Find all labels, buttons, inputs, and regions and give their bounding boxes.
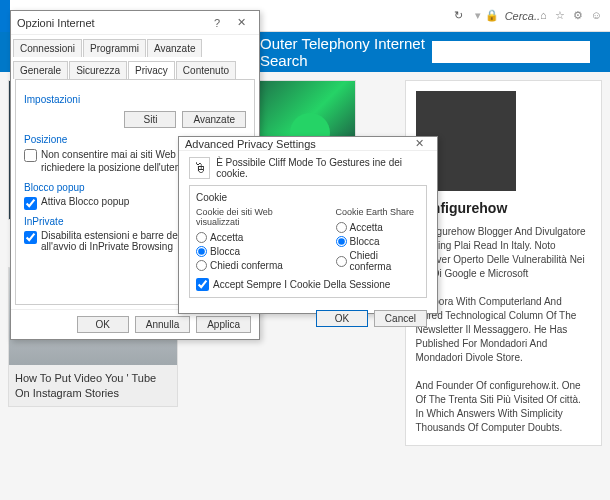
nav-text: Outer Telephony Internet Search — [260, 35, 432, 69]
tab-generale[interactable]: Generale — [13, 61, 68, 79]
fp-chiedi-radio[interactable] — [196, 260, 207, 271]
lock-icon: 🔒 — [485, 9, 499, 22]
posizione-checkbox[interactable] — [24, 149, 37, 162]
card-caption: How To Put Video You ' Tube On Instagram… — [9, 365, 177, 406]
dialog-titlebar: Advanced Privacy Settings ✕ — [179, 137, 437, 151]
author-name: configurehow — [416, 199, 592, 219]
help-button[interactable]: ? — [205, 17, 229, 29]
separator: ▾ — [475, 9, 481, 22]
tab-programmi[interactable]: Programmi — [83, 39, 146, 57]
tab-avanzate[interactable]: Avanzate — [147, 39, 203, 57]
posizione-label: Non consentire mai ai siti Web di richie… — [41, 148, 190, 174]
group-impostazioni: Impostazioni — [24, 94, 246, 105]
dialog-titlebar: Opzioni Internet ? ✕ — [11, 11, 259, 35]
cookie-fieldset: Cookie Cookie dei siti Web visualizzati … — [189, 185, 427, 298]
dialog-footer: OK Cancel — [179, 304, 437, 333]
blocco-popup-checkbox[interactable] — [24, 197, 37, 210]
info-icon: 🖰 — [189, 157, 210, 179]
tab-connessioni[interactable]: Connessioni — [13, 39, 82, 57]
hint-text: È Possibile Cliff Mode To Gestures ine d… — [216, 157, 427, 179]
ok-button[interactable]: OK — [77, 316, 129, 333]
site-search-input[interactable] — [432, 41, 590, 63]
gear-icon[interactable]: ⚙ — [573, 9, 583, 22]
tp-accetta-radio[interactable] — [336, 222, 347, 233]
fieldset-legend: Cookie — [196, 192, 420, 203]
tp-chiedi-radio[interactable] — [336, 256, 347, 267]
advanced-privacy-dialog: Advanced Privacy Settings ✕ 🖰 È Possibil… — [178, 136, 438, 314]
fp-blocca-radio[interactable] — [196, 246, 207, 257]
ok-button[interactable]: OK — [316, 310, 368, 327]
search-placeholder[interactable]: Cerca.. — [505, 10, 540, 22]
author-bio: And Founder Of configurehow.it. One Of T… — [416, 379, 592, 435]
close-button[interactable]: ✕ — [407, 137, 431, 150]
inprivate-checkbox[interactable] — [24, 231, 37, 244]
siti-button[interactable]: Siti — [124, 111, 176, 128]
reload-icon[interactable]: ↻ — [449, 6, 469, 26]
session-cookie-label: Accept Sempre I Cookie Della Sessione — [213, 279, 390, 290]
blocco-popup-label: Attiva Blocco popup — [41, 196, 129, 207]
cancel-button[interactable]: Cancel — [374, 310, 427, 327]
author-bio: Shabora With Computerland And Cured Tech… — [416, 295, 592, 365]
tp-blocca-radio[interactable] — [336, 236, 347, 247]
home-icon[interactable]: ⌂ — [540, 9, 547, 22]
tab-accent — [0, 0, 10, 32]
tabs-row-1: Connessioni Programmi Avanzate — [11, 35, 259, 57]
favorites-icon[interactable]: ☆ — [555, 9, 565, 22]
fp-accetta-radio[interactable] — [196, 232, 207, 243]
first-party-header: Cookie dei siti Web visualizzati — [196, 207, 316, 227]
dialog-title: Advanced Privacy Settings — [185, 138, 316, 150]
smile-icon[interactable]: ☺ — [591, 9, 602, 22]
close-button[interactable]: ✕ — [229, 16, 253, 29]
dialog-title: Opzioni Internet — [17, 17, 95, 29]
tab-privacy[interactable]: Privacy — [128, 61, 175, 79]
author-bio: configurehow Blogger And Divulgatore Tra… — [416, 225, 592, 281]
tabs-row-2: Generale Sicurezza Privacy Contenuto — [11, 57, 259, 79]
tab-sicurezza[interactable]: Sicurezza — [69, 61, 127, 79]
dialog-body: 🖰 È Possibile Cliff Mode To Gestures ine… — [179, 151, 437, 304]
session-cookie-checkbox[interactable] — [196, 278, 209, 291]
tab-contenuto[interactable]: Contenuto — [176, 61, 236, 79]
third-party-header: Cookie Earth Share — [336, 207, 420, 217]
avanzate-button[interactable]: Avanzate — [182, 111, 246, 128]
